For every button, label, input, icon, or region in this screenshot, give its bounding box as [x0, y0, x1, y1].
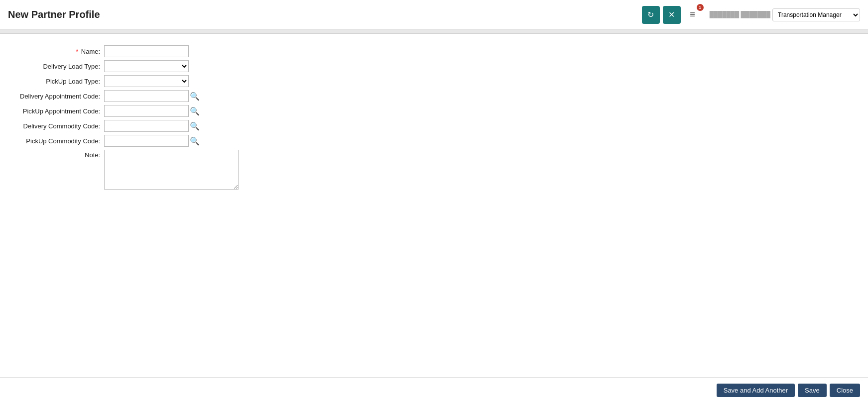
pickup-appointment-code-field-group: 🔍 [104, 105, 239, 117]
pickup-commodity-code-input[interactable] [104, 135, 189, 147]
delivery-load-type-select[interactable]: Full Partial LTL [104, 60, 189, 72]
close-window-button[interactable]: ✕ [663, 6, 681, 24]
search-icon: 🔍 [190, 106, 200, 116]
pickup-commodity-code-label: PickUp Commodity Code: [20, 133, 104, 148]
pickup-commodity-code-field-group: 🔍 [104, 135, 239, 147]
pickup-load-type-control-cell: Full Partial LTL [104, 74, 239, 89]
page-header: New Partner Profile ↻ ✕ ≡ 1 ███████ ████… [0, 0, 868, 30]
pickup-appointment-code-label: PickUp Appointment Code: [20, 103, 104, 118]
delivery-commodity-code-field-group: 🔍 [104, 120, 239, 132]
name-label: * Name: [20, 44, 104, 59]
user-role-select[interactable]: Transportation Manager Admin Dispatcher [772, 8, 860, 21]
note-control-cell [104, 148, 239, 193]
close-button[interactable]: Close [830, 384, 860, 397]
delivery-appointment-code-search-button[interactable]: 🔍 [189, 92, 201, 101]
notification-badge: 1 [697, 4, 704, 11]
pickup-load-type-label: PickUp Load Type: [20, 74, 104, 89]
note-label: Note: [20, 148, 104, 193]
delivery-commodity-code-input[interactable] [104, 120, 189, 132]
save-and-add-another-button[interactable]: Save and Add Another [717, 384, 795, 397]
pickup-commodity-code-control-cell: 🔍 [104, 133, 239, 148]
delivery-commodity-code-row: Delivery Commodity Code: 🔍 [20, 118, 239, 133]
delivery-load-type-label: Delivery Load Type: [20, 59, 104, 74]
name-control-cell [104, 44, 239, 59]
delivery-commodity-code-label: Delivery Commodity Code: [20, 118, 104, 133]
delivery-appointment-code-control-cell: 🔍 [104, 89, 239, 103]
delivery-appointment-code-label: Delivery Appointment Code: [20, 89, 104, 103]
partner-profile-form: * Name: Delivery Load Type: Full Partial… [20, 44, 239, 193]
user-selector: ███████ ███████ Transportation Manager A… [710, 8, 860, 21]
pickup-commodity-code-search-button[interactable]: 🔍 [189, 136, 201, 146]
page-title: New Partner Profile [8, 9, 642, 20]
name-row: * Name: [20, 44, 239, 59]
close-x-icon: ✕ [668, 10, 675, 19]
delivery-commodity-code-search-button[interactable]: 🔍 [189, 121, 201, 131]
delivery-commodity-code-control-cell: 🔍 [104, 118, 239, 133]
refresh-button[interactable]: ↻ [642, 6, 660, 24]
refresh-icon: ↻ [647, 10, 654, 19]
pickup-load-type-select[interactable]: Full Partial LTL [104, 75, 189, 87]
subheader-bar [0, 30, 868, 34]
menu-button[interactable]: ≡ 1 [684, 6, 702, 24]
delivery-appointment-code-field-group: 🔍 [104, 90, 239, 102]
main-content: * Name: Delivery Load Type: Full Partial… [0, 34, 868, 377]
pickup-appointment-code-row: PickUp Appointment Code: 🔍 [20, 103, 239, 118]
delivery-appointment-code-row: Delivery Appointment Code: 🔍 [20, 89, 239, 103]
search-icon: 🔍 [190, 136, 200, 146]
delivery-load-type-row: Delivery Load Type: Full Partial LTL [20, 59, 239, 74]
note-row: Note: [20, 148, 239, 193]
pickup-appointment-code-input[interactable] [104, 105, 189, 117]
delivery-appointment-code-input[interactable] [104, 90, 189, 102]
menu-icon: ≡ [690, 9, 695, 20]
pickup-commodity-code-row: PickUp Commodity Code: 🔍 [20, 133, 239, 148]
page-footer: Save and Add Another Save Close [0, 377, 868, 403]
header-actions: ↻ ✕ ≡ 1 ███████ ███████ Transportation M… [642, 6, 860, 24]
name-input[interactable] [104, 45, 189, 57]
search-icon: 🔍 [190, 121, 200, 131]
note-textarea[interactable] [104, 150, 239, 190]
pickup-appointment-code-control-cell: 🔍 [104, 103, 239, 118]
delivery-load-type-control-cell: Full Partial LTL [104, 59, 239, 74]
user-name-display: ███████ ███████ [710, 11, 770, 19]
pickup-appointment-code-search-button[interactable]: 🔍 [189, 106, 201, 116]
pickup-load-type-row: PickUp Load Type: Full Partial LTL [20, 74, 239, 89]
name-required-indicator: * [76, 48, 78, 55]
search-icon: 🔍 [190, 92, 200, 101]
save-button[interactable]: Save [798, 384, 827, 397]
